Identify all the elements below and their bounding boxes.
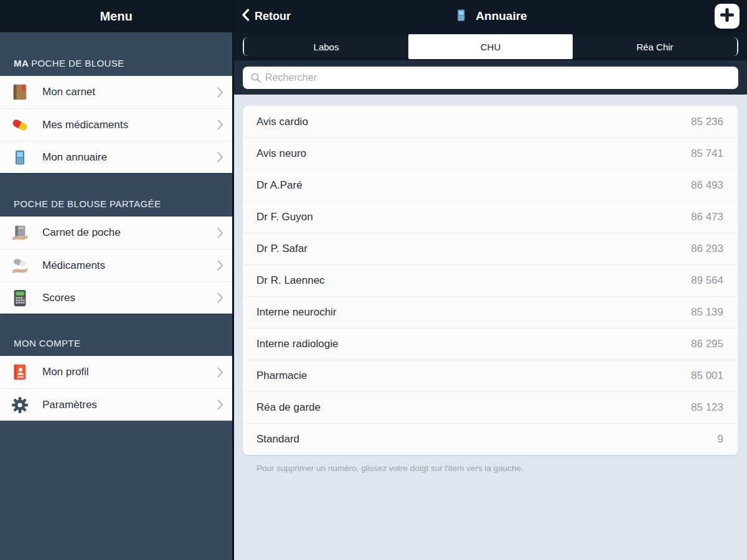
sidebar-item-medicaments[interactable]: Médicaments	[0, 249, 232, 281]
section-label: MAPOCHE DE BLOUSE	[14, 58, 125, 68]
section-label: MON COMPTE	[14, 338, 80, 348]
sidebar-item-label: Médicaments	[42, 259, 217, 272]
contact-name: Réa de garde	[256, 401, 321, 414]
contact-name: Avis cardio	[256, 116, 308, 128]
sidebar-item-scores[interactable]: Scores	[0, 281, 232, 314]
back-button-label: Retour	[255, 10, 291, 23]
chevron-right-icon	[217, 87, 223, 98]
sidebar-item-mon-annuaire[interactable]: Mon annuaire	[0, 141, 232, 173]
directory-row[interactable]: Pharmacie85 001	[243, 360, 738, 391]
gear-icon	[10, 395, 30, 415]
top-navigation-bar: Retour Annuaire	[234, 0, 747, 32]
tab-labos[interactable]: Labos	[244, 37, 408, 56]
segmented-control: Labos CHU Réa Chir	[243, 37, 738, 56]
contact-number: 89 564	[691, 274, 723, 287]
sidebar-title: Menu	[100, 9, 132, 24]
add-contact-button[interactable]	[715, 4, 740, 29]
sidebar-item-parametres[interactable]: Paramètres	[0, 388, 232, 421]
contact-name: Interne radiologie	[256, 338, 338, 350]
tab-chu[interactable]: CHU	[408, 34, 573, 59]
sidebar-filler	[0, 421, 232, 560]
section-header-mon-compte: MON COMPTE	[0, 314, 232, 356]
search-input[interactable]	[243, 67, 738, 89]
contact-number: 86 293	[691, 243, 723, 255]
sidebar-title-bar: Menu	[0, 0, 232, 32]
contact-number: 85 001	[691, 370, 723, 382]
contact-name: Interne neurochir	[256, 306, 337, 319]
contact-number: 86 473	[691, 211, 723, 223]
chevron-right-icon	[217, 228, 223, 238]
page-title: Annuaire	[454, 8, 527, 25]
sidebar-group-ma-poche: Mon carnet Mes médicaments Mon annuaire	[0, 76, 232, 173]
chevron-right-icon	[217, 260, 223, 271]
directory-row[interactable]: Dr F. Guyon86 473	[243, 201, 738, 233]
main-panel: Retour Annuaire Labos CHU Réa Chir Avis	[234, 0, 747, 560]
sidebar-item-label: Mon carnet	[42, 86, 217, 98]
directory-row[interactable]: Interne neurochir85 139	[243, 296, 738, 328]
contact-number: 85 123	[691, 401, 723, 414]
hand-notebook-icon	[10, 223, 30, 243]
chevron-right-icon	[217, 292, 223, 303]
directory-row[interactable]: Réa de garde85 123	[243, 391, 738, 423]
tab-bar: Labos CHU Réa Chir	[234, 32, 747, 60]
tab-rea-chir[interactable]: Réa Chir	[573, 37, 737, 56]
chevron-right-icon	[217, 399, 223, 410]
sidebar-item-mon-carnet[interactable]: Mon carnet	[0, 76, 232, 108]
notebook-icon	[10, 82, 30, 102]
app-window: Menu MAPOCHE DE BLOUSE Mon carnet Mes mé…	[0, 0, 747, 560]
phone-icon	[10, 147, 30, 167]
chevron-right-icon	[217, 119, 223, 130]
sidebar-item-label: Scores	[42, 292, 217, 304]
contact-name: Avis neuro	[256, 147, 306, 160]
directory-row[interactable]: Avis neuro85 741	[243, 138, 738, 169]
chevron-right-icon	[217, 152, 223, 162]
contact-name: Dr F. Guyon	[256, 211, 313, 223]
sidebar-group-partagee: Carnet de poche Médicaments Scores	[0, 217, 232, 314]
contact-name: Dr A.Paré	[256, 179, 303, 192]
directory-row[interactable]: Dr P. Safar86 293	[243, 233, 738, 264]
back-button[interactable]: Retour	[234, 9, 291, 24]
sidebar: Menu MAPOCHE DE BLOUSE Mon carnet Mes mé…	[0, 0, 234, 560]
calculator-icon	[10, 288, 30, 308]
sidebar-item-label: Mon profil	[42, 366, 217, 378]
sidebar-item-label: Mon annuaire	[42, 151, 217, 164]
plus-icon	[720, 7, 735, 25]
contact-name: Dr P. Safar	[256, 243, 308, 255]
sidebar-item-mon-profil[interactable]: Mon profil	[0, 356, 232, 388]
contact-name: Pharmacie	[256, 370, 307, 382]
section-header-ma-poche: MAPOCHE DE BLOUSE	[0, 32, 232, 76]
search-icon	[250, 72, 261, 86]
sidebar-item-mes-medicaments[interactable]: Mes médicaments	[0, 108, 232, 141]
contact-number: 85 236	[691, 116, 723, 128]
sidebar-item-label: Carnet de poche	[42, 226, 217, 239]
pills-icon	[10, 115, 30, 135]
contact-number: 85 741	[691, 147, 723, 160]
directory-row[interactable]: Interne radiologie86 295	[243, 328, 738, 360]
contact-number: 86 493	[691, 179, 723, 192]
section-label: POCHE DE BLOUSE PARTAGÉE	[14, 198, 161, 209]
directory-row[interactable]: Dr R. Laennec89 564	[243, 264, 738, 296]
chevron-right-icon	[217, 367, 223, 378]
directory-content: Avis cardio85 236 Avis neuro85 741 Dr A.…	[234, 95, 747, 560]
search-bar-container	[234, 60, 747, 95]
hand-pill-icon	[10, 256, 30, 276]
contact-number: 9	[718, 433, 723, 446]
phone-icon	[454, 8, 468, 25]
section-header-poche-partagee: POCHE DE BLOUSE PARTAGÉE	[0, 173, 232, 217]
swipe-delete-hint: Pour supprimer un numéro, glissez votre …	[256, 464, 733, 473]
contact-number: 85 139	[691, 306, 723, 319]
sidebar-item-label: Mes médicaments	[42, 119, 217, 131]
directory-row[interactable]: Dr A.Paré86 493	[243, 169, 738, 201]
contact-name: Dr R. Laennec	[256, 274, 325, 287]
contact-name: Standard	[256, 433, 299, 446]
page-title-text: Annuaire	[476, 9, 527, 23]
chevron-left-icon	[242, 9, 249, 24]
sidebar-item-label: Paramètres	[42, 399, 217, 411]
contact-number: 86 295	[691, 338, 723, 350]
sidebar-item-carnet-de-poche[interactable]: Carnet de poche	[0, 217, 232, 249]
profile-book-icon	[10, 362, 30, 382]
directory-list: Avis cardio85 236 Avis neuro85 741 Dr A.…	[243, 106, 738, 455]
directory-row[interactable]: Standard9	[243, 423, 738, 455]
sidebar-group-compte: Mon profil Paramètres	[0, 356, 232, 421]
directory-row[interactable]: Avis cardio85 236	[243, 106, 738, 138]
